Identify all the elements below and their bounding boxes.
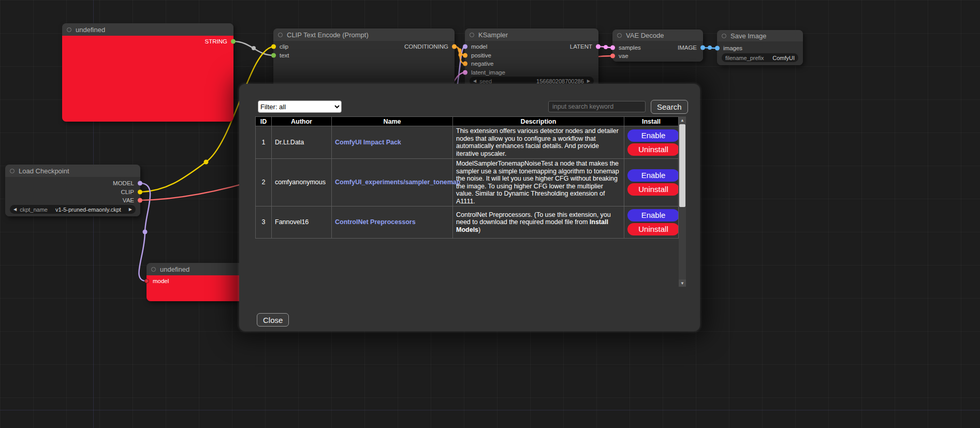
table-row: 2 comfyanonymous ComfyUI_experiments/sam… (256, 159, 679, 206)
header-install: Install (624, 117, 679, 126)
negative-input-port[interactable] (463, 62, 467, 66)
input-slot-positive: positive (465, 52, 598, 59)
enable-button[interactable]: Enable (627, 169, 679, 182)
vae-input-port[interactable] (610, 54, 615, 58)
cell-id: 1 (256, 126, 272, 159)
latent-image-input-port[interactable] (463, 70, 467, 75)
header-description: Description (453, 117, 624, 126)
widget-label: filename_prefix (725, 55, 764, 61)
extension-link[interactable]: ComfyUI Impact Pack (335, 139, 401, 146)
collapse-dot-icon[interactable] (617, 33, 622, 38)
scrollbar-thumb[interactable] (679, 124, 685, 207)
slot-label: positive (471, 52, 491, 58)
widget-label: seed (479, 78, 492, 84)
node-ksampler[interactable]: KSampler model positive negative latent_… (465, 28, 598, 88)
positive-input-port[interactable] (463, 53, 467, 58)
cell-id: 2 (256, 159, 272, 206)
description-text: ControlNet Preprocessors. (To use this e… (456, 211, 611, 226)
slot-label: VAE (123, 197, 134, 203)
latent-output-port[interactable] (596, 45, 601, 49)
conditioning-output-port[interactable] (452, 45, 457, 49)
node-graph-canvas[interactable]: undefined STRING CLIP Text Encode (Promp… (0, 0, 980, 428)
uninstall-button[interactable]: Uninstall (627, 183, 679, 196)
table-row: 1 Dr.Lt.Data ComfyUI Impact Pack This ex… (256, 126, 679, 159)
uninstall-button[interactable]: Uninstall (627, 143, 679, 156)
cell-install: Enable Uninstall (624, 206, 679, 239)
slot-label: MODEL (113, 180, 134, 186)
extension-link[interactable]: ComfyUI_experiments/sampler_tonemap (335, 179, 460, 186)
cell-name: ComfyUI_experiments/sampler_tonemap (332, 159, 453, 206)
vae-output-port[interactable] (138, 198, 142, 203)
node-vae-decode-header: VAE Decode (612, 29, 703, 41)
table-scrollbar[interactable]: ▲ ▼ (679, 116, 686, 287)
enable-button[interactable]: Enable (627, 129, 679, 142)
wire-image-dot (708, 46, 712, 50)
seed-increment-arrow-icon[interactable]: ▶ (587, 79, 590, 83)
ckpt-next-arrow-icon[interactable]: ▶ (129, 208, 132, 212)
text-input-port[interactable] (271, 53, 276, 58)
node-clip-text-encode[interactable]: CLIP Text Encode (Prompt) clip text COND… (273, 28, 455, 91)
clip-output-port[interactable] (138, 190, 142, 195)
node-vae-decode[interactable]: VAE Decode samples vae IMAGE (612, 29, 703, 62)
images-input-port[interactable] (715, 46, 720, 51)
search-button[interactable]: Search (651, 100, 688, 114)
install-custom-nodes-dialog: Filter: all Search ID Author Name Descri… (239, 84, 700, 331)
widget-value: v1-5-pruned-emaonly.ckpt (55, 206, 121, 213)
collapse-dot-icon[interactable] (722, 34, 726, 38)
collapse-dot-icon[interactable] (67, 27, 71, 32)
ckpt-prev-arrow-icon[interactable]: ◀ (13, 208, 17, 212)
grid-axis-horizontal (0, 410, 980, 410)
collapse-dot-icon[interactable] (10, 169, 14, 173)
node-save-image[interactable]: Save Image images filename_prefix ComfyU… (717, 30, 803, 65)
wire-string-dot (252, 46, 256, 50)
slot-label: LATENT (570, 43, 592, 50)
slot-label: images (723, 45, 742, 51)
enable-button[interactable]: Enable (627, 209, 679, 222)
cell-author: Fannovel16 (272, 206, 332, 239)
extension-link[interactable]: ControlNet Preprocessors (335, 218, 416, 226)
ckpt-name-widget[interactable]: ◀ ckpt_name v1-5-pruned-emaonly.ckpt ▶ (10, 205, 136, 214)
search-input[interactable] (548, 101, 646, 112)
node-title: VAE Decode (626, 32, 664, 39)
node-load-checkpoint[interactable]: Load Checkpoint MODEL CLIP VAE ◀ ckpt_na… (5, 165, 140, 216)
slot-label: CONDITIONING (404, 43, 448, 50)
wire-latent-dot (604, 45, 608, 49)
description-text: ) (478, 226, 480, 233)
slot-label: IMAGE (678, 45, 697, 51)
header-author: Author (272, 117, 332, 126)
node-save-image-header: Save Image (717, 30, 803, 41)
header-name: Name (332, 117, 453, 126)
widget-label: ckpt_name (20, 206, 48, 213)
node-undefined-1[interactable]: undefined STRING (62, 23, 233, 122)
node-clip-text-encode-header: CLIP Text Encode (Prompt) (273, 28, 455, 41)
node-title: Save Image (730, 32, 766, 40)
wire-clip-dot (204, 160, 209, 165)
node-title: Load Checkpoint (19, 167, 69, 175)
node-title: CLIP Text Encode (Prompt) (287, 31, 369, 39)
filename-prefix-widget[interactable]: filename_prefix ComfyUI (722, 53, 798, 62)
scroll-down-arrow-icon[interactable]: ▼ (679, 279, 686, 287)
cell-name: ComfyUI Impact Pack (332, 126, 453, 159)
collapse-dot-icon[interactable] (278, 33, 283, 37)
cell-install: Enable Uninstall (624, 159, 679, 206)
cell-id: 3 (256, 206, 272, 239)
widget-value: ComfyUI (772, 55, 795, 61)
collapse-dot-icon[interactable] (470, 33, 474, 37)
slot-label: STRING (205, 38, 227, 45)
cell-name: ControlNet Preprocessors (332, 206, 453, 239)
model-output-port[interactable] (138, 181, 142, 186)
string-output-port[interactable] (231, 39, 236, 44)
uninstall-button[interactable]: Uninstall (627, 223, 679, 235)
model-input-port[interactable] (144, 279, 149, 284)
filter-select[interactable]: Filter: all (258, 100, 342, 113)
node-undefined-1-header: undefined (62, 23, 233, 36)
seed-decrement-arrow-icon[interactable]: ◀ (473, 79, 476, 83)
image-output-port[interactable] (700, 46, 705, 50)
wire-string-link (233, 41, 274, 55)
wire-model-dot (143, 230, 148, 234)
output-slot-latent: LATENT (465, 43, 598, 50)
close-button[interactable]: Close (257, 313, 289, 327)
input-slot-text: text (273, 52, 455, 59)
collapse-dot-icon[interactable] (151, 267, 156, 272)
scroll-up-arrow-icon[interactable]: ▲ (679, 116, 686, 124)
